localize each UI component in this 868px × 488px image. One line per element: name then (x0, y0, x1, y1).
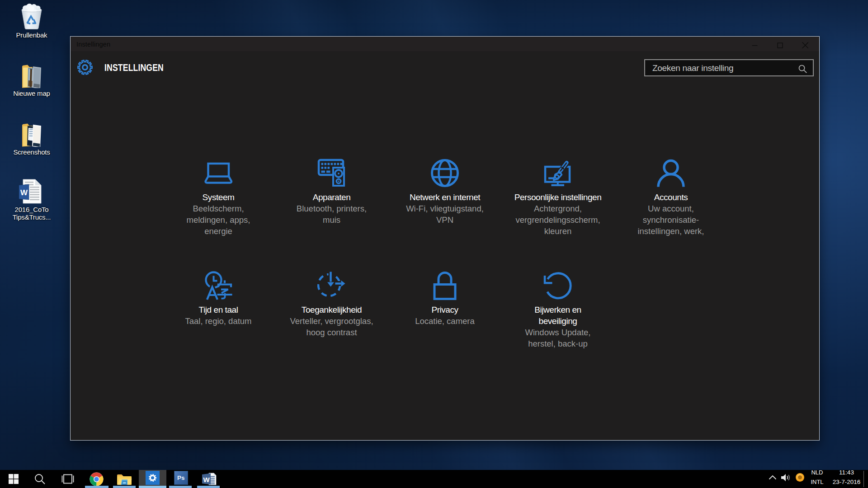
svg-text:W: W (20, 188, 28, 197)
svg-text:W: W (203, 476, 210, 483)
